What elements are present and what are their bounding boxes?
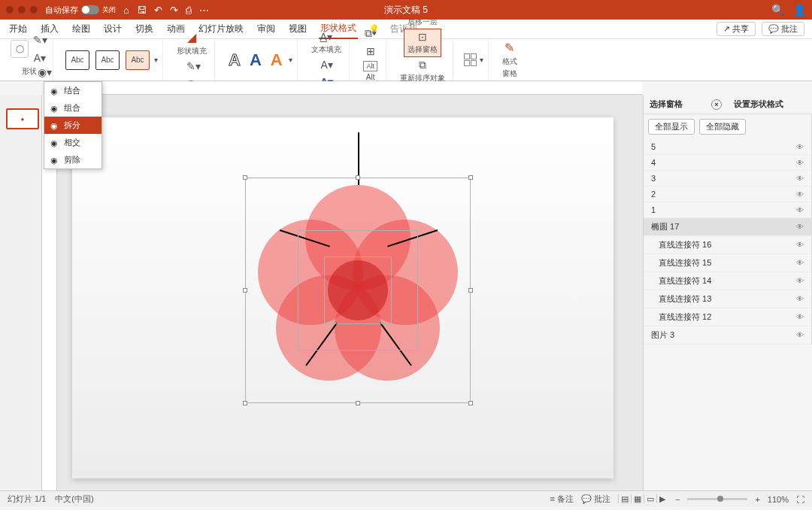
size-more-icon[interactable]: ▾ <box>480 56 483 64</box>
link-icon[interactable]: ⧉▾ <box>362 26 379 42</box>
merge-option-0[interactable]: ◉结合 <box>44 82 102 99</box>
layer-item-11[interactable]: 图片 3👁 <box>644 326 811 345</box>
text-fill-button[interactable]: A▾ 文本填充 <box>308 29 344 56</box>
hide-all-button[interactable]: 全部隐藏 <box>699 119 746 135</box>
layer-item-7[interactable]: 直线连接符 15👁 <box>644 254 811 272</box>
layer-item-10[interactable]: 直线连接符 12👁 <box>644 308 811 326</box>
styles-more-icon[interactable]: ▾ <box>154 56 158 64</box>
visibility-toggle-icon[interactable]: 👁 <box>796 313 804 321</box>
layer-name: 椭圆 17 <box>651 221 679 232</box>
visibility-toggle-icon[interactable]: 👁 <box>796 331 804 339</box>
insert-shape-icon[interactable]: ◯ <box>11 40 29 58</box>
size-inputs[interactable] <box>464 53 477 66</box>
selection-pane-button[interactable]: ⊡选择窗格 <box>404 29 441 57</box>
close-selection-panel-icon[interactable]: × <box>711 99 722 110</box>
visibility-toggle-icon[interactable]: 👁 <box>796 259 804 267</box>
merge-option-2[interactable]: ◉拆分 <box>44 117 102 134</box>
tab-transitions[interactable]: 切换 <box>134 20 155 38</box>
reorder-button[interactable]: ⧉重新排序对象 <box>397 57 448 85</box>
tab-view[interactable]: 视图 <box>287 20 308 38</box>
style-preset-1[interactable]: Abc <box>65 50 89 70</box>
slide[interactable] <box>72 117 614 478</box>
arrange-group: ▣前移一层 ▢后移一层 ⊡选择窗格 ⧉重新排序对象 ⊫▾对齐 ⊞▾ ⟲▾ <box>392 39 453 80</box>
more-icon[interactable]: ⋯ <box>199 5 209 16</box>
layer-item-5[interactable]: 椭圆 17👁 <box>644 218 811 236</box>
slide-thumbnail-1[interactable] <box>6 108 39 129</box>
zoom-out-icon[interactable]: − <box>675 495 680 504</box>
layer-item-6[interactable]: 直线连接符 16👁 <box>644 236 811 254</box>
style-preset-2[interactable]: Abc <box>95 50 120 70</box>
layer-item-1[interactable]: 4👁 <box>644 155 811 171</box>
shape-fill-button[interactable]: ◢ 形状填充 <box>174 29 210 58</box>
save-icon[interactable]: 🖫 <box>137 5 147 16</box>
comments-status-button[interactable]: 💬 批注 <box>581 493 611 505</box>
handle-nw[interactable] <box>243 175 247 180</box>
merge-option-3[interactable]: ◉相交 <box>44 134 102 151</box>
undo-icon[interactable]: ↶ <box>154 5 162 16</box>
merge-option-icon: ◉ <box>50 104 59 113</box>
layer-name: 直线连接符 12 <box>659 311 711 323</box>
home-icon[interactable]: ⌂ <box>123 5 129 16</box>
tab-design[interactable]: 设计 <box>102 20 123 38</box>
visibility-toggle-icon[interactable]: 👁 <box>796 143 804 151</box>
handle-n[interactable] <box>356 175 360 180</box>
account-icon[interactable]: 👤 <box>793 4 806 16</box>
format-pane-button[interactable]: ✎ 格式 窗格 <box>499 39 520 80</box>
visibility-toggle-icon[interactable]: 👁 <box>796 159 804 167</box>
handle-w[interactable] <box>243 288 247 293</box>
style-preset-3[interactable]: Abc <box>126 50 150 70</box>
share-button[interactable]: ↗ 共享 <box>717 22 756 36</box>
wordart-preset-3[interactable]: A <box>268 50 286 70</box>
wordart-preset-1[interactable]: A <box>226 50 244 70</box>
text-direction-icon[interactable]: ⊞ <box>362 43 379 59</box>
show-all-button[interactable]: 全部显示 <box>648 119 695 135</box>
layer-item-3[interactable]: 2👁 <box>644 187 811 202</box>
layer-item-4[interactable]: 1👁 <box>644 202 811 218</box>
visibility-toggle-icon[interactable]: 👁 <box>796 190 804 199</box>
format-panel-header: 设置形状格式 <box>728 95 812 114</box>
wordart-more-icon[interactable]: ▾ <box>289 56 292 64</box>
visibility-toggle-icon[interactable]: 👁 <box>796 241 804 249</box>
layer-item-0[interactable]: 5👁 <box>644 139 811 155</box>
handle-e[interactable] <box>468 288 473 293</box>
handle-ne[interactable] <box>468 175 473 180</box>
textbox-icon[interactable]: A▾ <box>32 50 48 66</box>
handle-sw[interactable] <box>243 401 247 405</box>
text-outline-icon[interactable]: A▾ <box>319 56 335 73</box>
view-mode-icons[interactable]: ▤▦▭▶ <box>618 494 668 504</box>
redo-icon[interactable]: ↷ <box>170 5 178 16</box>
visibility-toggle-icon[interactable]: 👁 <box>796 206 804 214</box>
zoom-in-icon[interactable]: + <box>755 495 759 504</box>
tab-review[interactable]: 审阅 <box>256 20 277 38</box>
layer-item-2[interactable]: 3👁 <box>644 171 811 187</box>
autosave-switch[interactable] <box>81 5 99 14</box>
merge-shapes-dropdown[interactable]: ◉▾ <box>36 66 53 78</box>
flower-shape-group[interactable] <box>253 185 463 396</box>
canvas[interactable] <box>57 95 643 490</box>
visibility-toggle-icon[interactable]: 👁 <box>796 175 804 183</box>
notes-button[interactable]: ≡ 备注 <box>550 493 573 505</box>
autosave-toggle[interactable]: 自动保存 关闭 <box>45 5 116 16</box>
shape-outline-icon[interactable]: ✎▾ <box>185 58 201 74</box>
edit-shape-icon[interactable]: ✎▾ <box>32 32 48 48</box>
merge-option-1[interactable]: ◉组合 <box>44 99 102 117</box>
merge-option-4[interactable]: ◉剪除 <box>44 151 102 168</box>
layer-item-9[interactable]: 直线连接符 13👁 <box>644 290 811 308</box>
tab-draw[interactable]: 绘图 <box>71 20 92 38</box>
language-indicator[interactable]: 中文(中国) <box>55 493 93 505</box>
zoom-slider[interactable] <box>687 498 747 500</box>
handle-se[interactable] <box>468 401 473 405</box>
zoom-level[interactable]: 110% <box>768 495 789 504</box>
visibility-toggle-icon[interactable]: 👁 <box>796 295 804 303</box>
print-icon[interactable]: ⎙ <box>186 5 192 16</box>
visibility-toggle-icon[interactable]: 👁 <box>796 223 804 231</box>
search-icon[interactable]: 🔍 <box>771 4 784 16</box>
comment-icon: 💬 <box>768 24 779 34</box>
fit-to-window-icon[interactable]: ⛶ <box>796 495 804 504</box>
window-controls[interactable] <box>6 6 38 14</box>
layer-item-8[interactable]: 直线连接符 14👁 <box>644 272 811 290</box>
visibility-toggle-icon[interactable]: 👁 <box>796 277 804 285</box>
handle-s[interactable] <box>356 401 360 405</box>
wordart-preset-2[interactable]: A <box>247 50 265 70</box>
comments-button[interactable]: 💬 批注 <box>762 22 804 36</box>
